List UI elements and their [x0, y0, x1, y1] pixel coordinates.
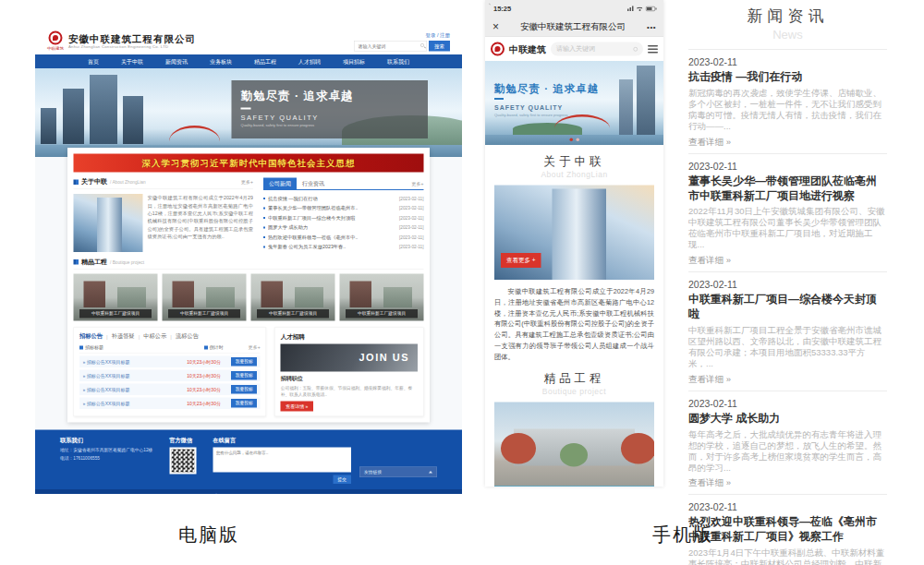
- bid-button[interactable]: 我要投标: [231, 371, 257, 380]
- tab-industry-news[interactable]: 行业资讯: [297, 178, 330, 190]
- read-more-link[interactable]: 查看详细 »: [688, 374, 887, 386]
- recruit-section: 人才招聘 JOIN US 招聘职位 公司福利：五险、带薪休假、节假日福利、婚丧嫁…: [274, 328, 423, 416]
- hero-banner[interactable]: 勤勉尽责 · 追求卓越 SAFETY QUALITY Quality-based…: [35, 68, 462, 157]
- mobile-about-photo: 查看更多 +: [494, 186, 654, 281]
- tab-failed[interactable]: 流标公告: [176, 332, 199, 341]
- nav-projects[interactable]: 精品工程: [254, 57, 276, 66]
- bullet-icon: »: [83, 373, 86, 379]
- news-list-item[interactable]: 董事长吴少华—带领管理团队莅临亳州市.. [2023-02-11]: [263, 203, 424, 213]
- read-more-link[interactable]: 查看详细 »: [688, 255, 887, 267]
- project-thumb[interactable]: 中联重科新工厂建设项目: [74, 274, 158, 321]
- bid-button[interactable]: 我要投标: [231, 399, 257, 408]
- friend-links-dropdown[interactable]: 友情链接: [359, 466, 437, 477]
- nav-news[interactable]: 新闻资讯: [165, 57, 188, 66]
- banner-building: [637, 66, 655, 135]
- footer-wechat-title: 官方微信: [169, 436, 196, 444]
- news-more-link[interactable]: 更多+: [412, 180, 424, 186]
- carousel-dots: [485, 138, 663, 142]
- bullet-icon: [263, 198, 265, 199]
- banner-building: [63, 89, 84, 144]
- hamburger-menu-icon[interactable]: [648, 43, 658, 55]
- logo-swirl-icon[interactable]: [491, 42, 505, 56]
- mobile-boutique-subtitle: Boutique project: [485, 387, 663, 396]
- nav-business[interactable]: 业务板块: [210, 57, 232, 66]
- bullet-icon: [263, 246, 265, 247]
- boutique-subtitle: / Boutique project: [110, 259, 144, 265]
- message-textarea[interactable]: [216, 450, 348, 470]
- nav-contact[interactable]: 联系我们: [387, 57, 409, 66]
- bullet-icon: »: [83, 359, 86, 365]
- mobile-logo-text: 中联建筑: [509, 42, 546, 55]
- wechat-page-title: 安徽中联建筑工程有限公司: [499, 20, 647, 32]
- company-name-cn: 安徽中联建筑工程有限公司: [68, 33, 196, 44]
- news-list-item[interactable]: 抗击疫情 —我们在行动 [2023-02-11]: [263, 194, 424, 204]
- search-button[interactable]: 搜索: [429, 41, 450, 52]
- company-logo[interactable]: 中联建筑: [47, 31, 64, 52]
- close-icon[interactable]: ×: [492, 21, 499, 32]
- news-panel-title: 新闻资讯: [688, 6, 887, 27]
- news-section: 公司新闻 行业资讯 更多+ 抗击疫情 —我们在行动 [2023-02-11]: [263, 178, 424, 253]
- banner-subtitle: SAFETY QUALITY: [494, 103, 563, 111]
- nav-tender[interactable]: 项目招标: [343, 57, 365, 66]
- news-feed-item[interactable]: 2023-02-11 董事长吴少华—带领管理团队莅临亳州市中联重科新工厂项目地进…: [688, 153, 887, 272]
- countdown-value: 10天23小时30分: [187, 386, 231, 392]
- logo-caption: 中联建筑: [47, 45, 64, 52]
- project-thumb[interactable]: 中联重科新工厂建设项目: [163, 274, 247, 321]
- login-register-links[interactable]: 登录 / 注册: [354, 31, 450, 39]
- footer-contact-title: 联系我们: [60, 436, 152, 444]
- logo-swirl-icon: [49, 31, 63, 45]
- bullet-icon: »: [83, 401, 86, 406]
- news-feed-item[interactable]: 2023-02-11 圆梦大学 成长助力 每年高考之后，大批成绩优异的有志青年将…: [688, 391, 887, 495]
- mobile-project-card[interactable]: ‹ 西湖水岸项目 ›: [494, 403, 654, 487]
- content-card: 深入学习贯彻习近平新时代中国特色社会主义思想 关于中联 / About Zhon…: [67, 148, 430, 422]
- desktop-footer: 联系我们 地址：安徽省亳州市高新区亳菊路广电中心12楼 电话：176110065…: [35, 429, 462, 489]
- project-thumb[interactable]: 中联重科新工厂建设项目: [251, 274, 335, 321]
- tab-tender-notice[interactable]: 招标公告: [79, 332, 103, 341]
- red-banner-text: 深入学习贯彻习近平新时代中国特色社会主义思想: [142, 157, 356, 169]
- news-list-item[interactable]: 圆梦大学 成长助力 [2023-02-11]: [263, 222, 424, 233]
- bid-button[interactable]: 我要投标: [231, 357, 257, 367]
- news-list-item[interactable]: 热烈欢迎中联重科领导—莅临《亳州市中.. [2023-02-11]: [263, 233, 424, 243]
- copyright-phones: 联系电话：17611006555、13349277555: [35, 492, 462, 494]
- news-feed-item[interactable]: 2023-02-11 热烈欢迎中联重科领导—莅临《亳州市中联重科新工厂项目》视察…: [688, 494, 887, 565]
- footer-address: 地址：安徽省亳州市高新区亳菊路广电中心12楼: [60, 447, 152, 453]
- tab-winning[interactable]: 中标公示: [143, 332, 166, 341]
- project-thumb[interactable]: 中联重科新工厂建设项目: [340, 274, 424, 321]
- carousel-dot[interactable]: [576, 138, 579, 142]
- nav-about[interactable]: 关于中联: [121, 57, 143, 66]
- news-list-item[interactable]: 兔年新春 公司为员工发放2023年春.. [2023-02-11]: [263, 242, 424, 252]
- col-countdown: 倒计时: [210, 344, 224, 351]
- read-more-link[interactable]: 查看详细 »: [688, 477, 887, 489]
- about-more-link[interactable]: 更多+: [241, 179, 253, 186]
- bid-button[interactable]: 我要投标: [231, 385, 257, 394]
- footer-message-col: 在线留言 提交 友情链接: [213, 436, 437, 484]
- wechat-titlebar: × 安徽中联建筑工程有限公司 •••: [485, 17, 663, 37]
- tender-more-link[interactable]: 更多+: [249, 344, 261, 351]
- news-list-item[interactable]: 中联重科新工厂项目—综合楼今天封顶啦 [2023-02-11]: [263, 213, 424, 223]
- tab-company-news[interactable]: 公司新闻: [263, 178, 297, 190]
- mobile-search-input[interactable]: 请输入关键词: [551, 42, 643, 56]
- news-feed-item[interactable]: 2023-02-11 中联重科新工厂项目—综合楼今天封顶啦 中联重科新工厂项目工…: [688, 271, 887, 391]
- nav-recruit[interactable]: 人才招聘: [298, 57, 321, 66]
- bullet-icon: [263, 226, 265, 228]
- col-tender-title: 招标标题: [85, 344, 103, 351]
- recruit-detail-button[interactable]: 查看详情 »: [281, 401, 313, 411]
- search-input[interactable]: [354, 41, 427, 52]
- more-options-icon[interactable]: •••: [647, 22, 656, 30]
- wechat-qr-code: [169, 447, 196, 474]
- mobile-about-subtitle: About ZhongLian: [485, 170, 663, 179]
- carousel-dot[interactable]: [569, 138, 573, 142]
- view-more-button[interactable]: 查看更多 +: [501, 253, 541, 268]
- about-title: 关于中联: [81, 178, 107, 186]
- read-more-link[interactable]: 查看详细 »: [688, 137, 887, 149]
- join-us-photo[interactable]: JOIN US: [281, 344, 418, 372]
- mobile-hero-banner[interactable]: 勤勉尽责 · 追求卓越 SAFETY QUALITY Quality-based…: [485, 61, 663, 145]
- about-building-photo[interactable]: [74, 194, 143, 252]
- recruit-title: 人才招聘: [281, 332, 418, 341]
- tender-row: »招标公告XX项目标题 10天23小时30分 我要投标: [79, 356, 261, 368]
- message-submit-button[interactable]: 提交: [334, 475, 352, 484]
- nav-home[interactable]: 首页: [88, 57, 99, 66]
- news-feed-item[interactable]: 2023-02-11 抗击疫情 —我们在行动 新冠病毒的再次袭虐，致使学生停课、…: [688, 49, 887, 153]
- tab-supplement[interactable]: 补遗答疑: [112, 332, 135, 341]
- tender-row: »招标公告XX项目标题 10天23小时30分 我要投标: [79, 384, 261, 396]
